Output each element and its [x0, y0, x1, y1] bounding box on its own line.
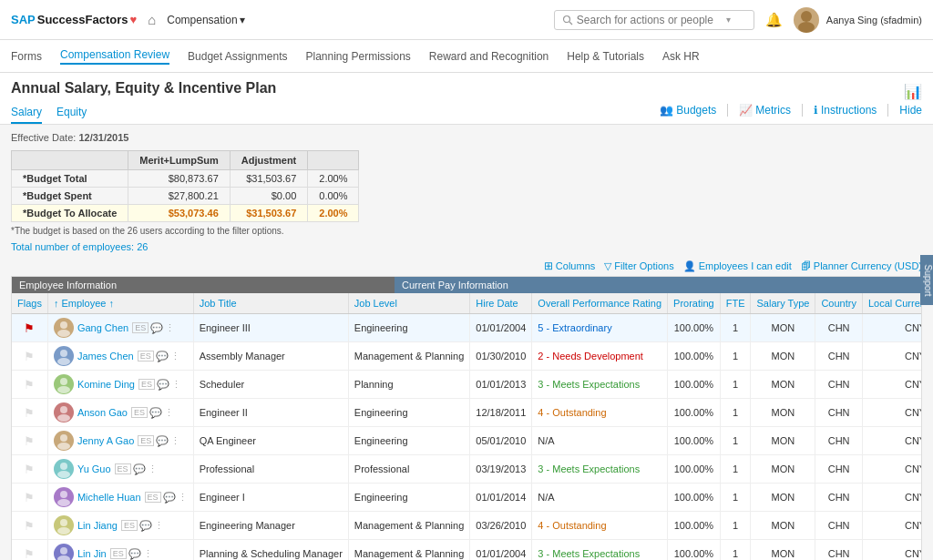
- emp-chat-icon[interactable]: 💬: [133, 463, 146, 475]
- table-row: ⚑ Jenny A Gao ES 💬 ⋮ QA Engineer Enginee…: [12, 427, 922, 455]
- job-title-cell: Professional: [193, 455, 348, 484]
- bell-icon[interactable]: 🔔: [765, 12, 783, 28]
- emp-chat-icon[interactable]: 💬: [156, 351, 169, 362]
- budget-col-pct: [308, 151, 359, 170]
- emp-tag-icon[interactable]: ES: [110, 548, 127, 559]
- emp-menu-icon[interactable]: ⋮: [170, 351, 180, 362]
- sf-text: SuccessFactors: [37, 13, 128, 26]
- emp-chat-icon[interactable]: 💬: [139, 520, 152, 532]
- job-level-cell: Management & Planning: [348, 512, 469, 540]
- col-performance[interactable]: Overall Performance Rating: [532, 293, 668, 314]
- subnav-budget[interactable]: Budget Assignments: [188, 50, 287, 63]
- job-title-cell: Engineering Manager: [193, 512, 348, 540]
- tab-equity[interactable]: Equity: [56, 102, 87, 124]
- emp-name: Gang Chen: [77, 322, 128, 333]
- flag-btn[interactable]: ⚑: [24, 463, 35, 476]
- instructions-btn[interactable]: ℹ Instructions: [814, 104, 877, 117]
- emp-menu-icon[interactable]: ⋮: [165, 322, 175, 334]
- subnav-askhr[interactable]: Ask HR: [662, 50, 700, 63]
- prorating-cell: 100.00%: [668, 399, 721, 427]
- emp-menu-icon[interactable]: ⋮: [171, 379, 181, 391]
- module-nav[interactable]: Compensation ▾: [167, 14, 244, 26]
- country-cell: CHN: [815, 314, 863, 342]
- svg-point-8: [60, 378, 67, 385]
- emp-tag-icon[interactable]: ES: [121, 520, 138, 531]
- budgets-btn[interactable]: 👥 Budgets: [660, 104, 716, 117]
- emp-tag-icon[interactable]: ES: [138, 435, 154, 446]
- emp-tag-icon[interactable]: ES: [115, 463, 131, 474]
- emp-chat-icon[interactable]: 💬: [157, 379, 169, 391]
- salary-type-cell: MON: [751, 314, 815, 342]
- subnav-comp-review[interactable]: Compensation Review: [60, 48, 169, 65]
- currency-btn[interactable]: 🗐 Planner Currency (USD): [801, 260, 922, 271]
- flag-btn[interactable]: ⚑: [24, 491, 35, 504]
- filter-btn[interactable]: ▽ Filter Options: [604, 260, 673, 272]
- employees-edit-btn[interactable]: 👤 Employees I can edit: [683, 260, 792, 272]
- col-fte[interactable]: FTE: [720, 293, 751, 314]
- prorating-cell: 100.00%: [668, 512, 721, 540]
- flag-btn[interactable]: ⚑: [24, 406, 35, 420]
- subnav-help[interactable]: Help & Tutorials: [567, 50, 644, 63]
- columns-btn[interactable]: ⊞ Columns: [544, 260, 595, 272]
- svg-point-20: [60, 547, 67, 555]
- fte-cell: 1: [720, 540, 751, 561]
- emp-menu-icon[interactable]: ⋮: [178, 492, 188, 504]
- tab-salary[interactable]: Salary: [11, 102, 42, 124]
- sub-navigation: Forms Compensation Review Budget Assignm…: [0, 40, 933, 73]
- emp-tag-icon[interactable]: ES: [138, 351, 154, 361]
- emp-tag-icon[interactable]: ES: [131, 407, 148, 418]
- emp-tag-icon[interactable]: ES: [138, 379, 155, 390]
- emp-menu-icon[interactable]: ⋮: [148, 463, 158, 475]
- flag-btn[interactable]: ⚑: [24, 434, 35, 448]
- home-icon[interactable]: ⌂: [148, 12, 156, 27]
- subnav-planning[interactable]: Planning Permissions: [305, 50, 410, 63]
- search-input[interactable]: [577, 14, 723, 26]
- flag-btn[interactable]: ⚑: [24, 547, 35, 561]
- divider3: [887, 104, 888, 117]
- col-job-title[interactable]: Job Title: [193, 293, 348, 314]
- subnav-reward[interactable]: Reward and Recognition: [429, 50, 549, 63]
- emp-menu-icon[interactable]: ⋮: [164, 407, 174, 419]
- performance-cell: 3 - Meets Expectations: [532, 540, 668, 561]
- flag-btn[interactable]: ⚑: [24, 321, 35, 335]
- emp-chat-icon[interactable]: 💬: [156, 435, 169, 447]
- emp-menu-icon[interactable]: ⋮: [143, 548, 153, 560]
- salary-type-cell: MON: [751, 484, 815, 512]
- flag-btn[interactable]: ⚑: [24, 350, 35, 363]
- emp-name: Anson Gao: [77, 407, 128, 418]
- hire-date-cell: 03/26/2010: [470, 512, 532, 540]
- sap-logo: SAP SuccessFactors ♥: [11, 13, 137, 26]
- emp-menu-icon[interactable]: ⋮: [170, 435, 180, 447]
- emp-chat-icon[interactable]: 💬: [150, 322, 163, 334]
- emp-name-cell: Lin Jin ES 💬 ⋮: [47, 540, 193, 561]
- job-level-cell: Engineering: [348, 427, 469, 455]
- col-prorating[interactable]: Prorating: [668, 293, 721, 314]
- col-currency[interactable]: Local Currency Code: [862, 293, 922, 314]
- support-tab[interactable]: Support: [920, 255, 933, 305]
- search-dropdown-btn[interactable]: ▾: [726, 15, 731, 25]
- currency-cell: CNY: [862, 399, 922, 427]
- col-hire-date[interactable]: Hire Date: [470, 293, 532, 314]
- col-country[interactable]: Country: [815, 293, 863, 314]
- emp-chat-icon[interactable]: 💬: [149, 407, 162, 419]
- flag-btn[interactable]: ⚑: [24, 519, 35, 533]
- metrics-btn[interactable]: 📈 Metrics: [739, 104, 791, 117]
- subnav-forms[interactable]: Forms: [11, 50, 42, 63]
- col-job-level[interactable]: Job Level: [348, 293, 469, 314]
- svg-point-3: [798, 22, 815, 33]
- col-salary-type[interactable]: Salary Type: [751, 293, 815, 314]
- emp-tag-icon[interactable]: ES: [145, 492, 161, 503]
- emp-chat-icon[interactable]: 💬: [128, 548, 141, 560]
- job-title-cell: Engineer II: [193, 399, 348, 427]
- budget-section: Merit+LumpSum Adjustment *Budget Total $…: [11, 150, 922, 236]
- avatar: [54, 431, 74, 451]
- prorating-cell: 100.00%: [668, 427, 721, 455]
- hide-btn[interactable]: Hide: [899, 104, 922, 117]
- search-bar[interactable]: ▾: [554, 10, 754, 30]
- emp-tag-icon[interactable]: ES: [132, 322, 149, 333]
- flag-btn[interactable]: ⚑: [24, 378, 35, 392]
- col-flags[interactable]: Flags: [12, 293, 47, 314]
- emp-menu-icon[interactable]: ⋮: [154, 520, 164, 532]
- col-employee[interactable]: ↑ Employee: [47, 293, 193, 314]
- emp-chat-icon[interactable]: 💬: [163, 492, 176, 504]
